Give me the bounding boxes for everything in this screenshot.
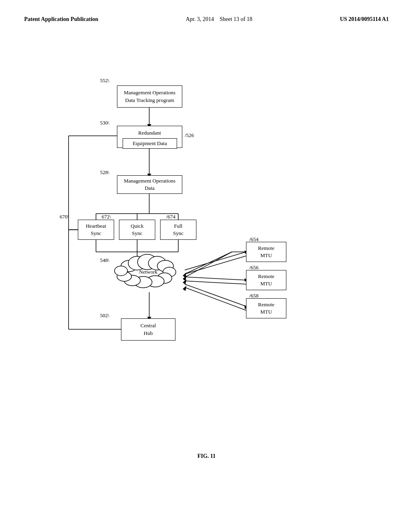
svg-point-46 xyxy=(157,273,172,283)
box-remote-mtu-3: RemoteMTU xyxy=(246,298,286,318)
svg-point-49 xyxy=(124,275,140,286)
svg-point-44 xyxy=(157,260,173,272)
svg-line-32 xyxy=(185,277,246,280)
svg-line-38 xyxy=(185,287,246,310)
remote-mtu-1-text: RemoteMTU xyxy=(258,245,274,259)
full-sync-text: FullSync xyxy=(173,222,184,237)
box-heartbeat-sync: HeartbeatSync xyxy=(78,220,114,240)
svg-line-25 xyxy=(185,252,232,277)
diagram-container: 552\ Management OperationsData Tracking … xyxy=(0,60,413,484)
svg-line-28 xyxy=(185,252,246,270)
svg-point-45 xyxy=(163,267,176,277)
svg-point-50 xyxy=(117,272,131,281)
svg-marker-35 xyxy=(183,279,186,285)
label-526: /526 xyxy=(185,132,194,139)
svg-point-51 xyxy=(115,266,127,276)
mgmt-ops-data-text: Management OperationsData xyxy=(124,177,175,192)
svg-point-47 xyxy=(146,276,164,287)
publication-date: Apr. 3, 2014 xyxy=(186,16,214,22)
svg-point-42 xyxy=(138,254,157,270)
sheet-info: Sheet 13 of 18 xyxy=(219,16,252,22)
label-552: 552\ xyxy=(100,77,109,84)
central-hub-text: CentralHub xyxy=(140,322,156,337)
label-502: 502\ xyxy=(100,312,109,319)
svg-point-40 xyxy=(121,260,137,272)
remote-mtu-2-text: RemoteMTU xyxy=(258,273,274,287)
network-label: Network xyxy=(139,269,158,275)
header-date-sheet: Apr. 3, 2014 Sheet 13 of 18 xyxy=(186,16,252,23)
label-548: 548\ xyxy=(100,257,109,264)
label-670: 670\ xyxy=(60,214,69,220)
box-remote-mtu-1: RemoteMTU xyxy=(246,242,286,262)
diagram-svg xyxy=(0,60,413,484)
remote-mtu-3-text: RemoteMTU xyxy=(258,301,274,316)
equipment-data-text: Equipment Data xyxy=(133,140,167,147)
box-full-sync: FullSync xyxy=(160,220,196,240)
figure-label: FIG. 11 xyxy=(197,453,215,459)
label-530: 530\ xyxy=(100,120,109,126)
svg-line-30 xyxy=(185,256,246,274)
svg-point-41 xyxy=(128,256,146,270)
management-operations-text: Management OperationsData Tracking progr… xyxy=(124,89,175,104)
patent-number: US 2014/0095114 A1 xyxy=(340,16,389,23)
box-quick-sync: QuickSync xyxy=(119,220,155,240)
svg-point-43 xyxy=(148,256,166,270)
svg-marker-39 xyxy=(183,286,186,291)
box-equipment-data: Equipment Data xyxy=(123,138,177,149)
label-674: /674 xyxy=(166,214,175,220)
svg-point-48 xyxy=(134,276,152,288)
heartbeat-sync-text: HeartbeatSync xyxy=(86,222,106,237)
box-mgmt-ops-data: Management OperationsData xyxy=(117,175,182,194)
publication-title: Patent Application Publication xyxy=(24,16,98,23)
svg-line-34 xyxy=(185,281,246,284)
svg-marker-26 xyxy=(183,276,186,281)
svg-line-27 xyxy=(185,252,232,274)
label-528: 528\ xyxy=(100,169,109,176)
figure-caption: FIG. 11 xyxy=(0,453,413,459)
quick-sync-text: QuickSync xyxy=(131,222,144,237)
box-central-hub: CentralHub xyxy=(121,318,175,341)
page-header: Patent Application Publication Apr. 3, 2… xyxy=(0,0,413,23)
box-remote-mtu-2: RemoteMTU xyxy=(246,270,286,290)
svg-marker-31 xyxy=(183,272,186,278)
svg-marker-14 xyxy=(135,260,139,264)
label-672: 672\ xyxy=(102,214,111,220)
box-management-operations: Management OperationsData Tracking progr… xyxy=(117,85,182,108)
svg-line-36 xyxy=(185,284,246,306)
